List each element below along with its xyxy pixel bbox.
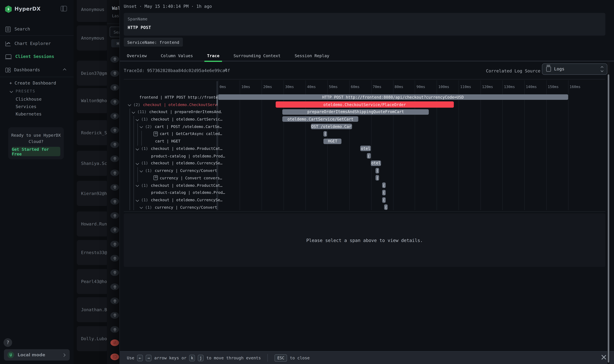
sidebar-item-search[interactable]: Search xyxy=(0,25,74,33)
trace-tree-row[interactable]: (1)checkout | oteldemo.CurrencySe… xyxy=(128,196,225,204)
session-list-item[interactable]: Jonathan.B xyxy=(77,297,107,322)
service-name-chip[interactable]: ServiceName: frontend xyxy=(124,38,183,46)
edit-icon[interactable]: ✎ xyxy=(224,67,227,73)
waterfall-bar[interactable]: ( xyxy=(384,204,388,210)
session-list-item[interactable]: Ernesto33@ xyxy=(77,240,107,265)
log-source-select[interactable]: Logs xyxy=(542,64,607,75)
location-pin-icon[interactable] xyxy=(110,312,119,319)
trace-tree-row[interactable]: (1)currency | Currency/Convert xyxy=(128,204,229,210)
span-label: checkout | prepareOrderItemsAnd… xyxy=(149,110,222,114)
trace-tree-row[interactable]: cart | GetCartAsync called… xyxy=(128,130,243,138)
get-started-button[interactable]: Get Started for Free xyxy=(12,147,60,156)
location-pin-icon[interactable] xyxy=(110,156,119,162)
session-filter-chip[interactable]: H xyxy=(111,39,119,47)
chevron-down-icon[interactable] xyxy=(140,125,143,128)
footer-text: Use xyxy=(127,355,134,360)
trace-tree-row[interactable]: (2)cart | POST /oteldemo.CartSe… xyxy=(128,123,229,130)
location-pin-icon[interactable] xyxy=(110,70,119,77)
location-pin-icon[interactable] xyxy=(110,198,119,205)
tab-session-replay[interactable]: Session Replay xyxy=(292,51,332,61)
close-icon[interactable] xyxy=(601,355,606,359)
preset-services[interactable]: Services xyxy=(16,103,70,110)
tab-column-values[interactable]: Column Values xyxy=(158,51,196,61)
trace-tree-row[interactable]: (2)checkout | oteldemo.CheckoutServic… xyxy=(128,101,218,108)
dashboards-grid-icon xyxy=(6,67,10,72)
chevron-down-icon[interactable] xyxy=(140,206,143,209)
trace-tree-row[interactable]: (11)checkout | prepareOrderItemsAnd… xyxy=(128,108,222,116)
waterfall-bar[interactable]: oteldemo.CheckoutService/PlaceOrder xyxy=(275,101,454,108)
waterfall-bar[interactable]: otel xyxy=(360,146,371,151)
waterfall-bar[interactable]: ( xyxy=(382,190,386,195)
waterfall-bar[interactable]: oteldemo.CartService/GetCart xyxy=(282,117,358,122)
session-list-item[interactable]: Anonymous xyxy=(77,26,107,51)
drawer-footer: Use ← → arrow keys or k j to move throug… xyxy=(120,351,614,364)
waterfall-bar[interactable]: POST /oteldemo.Cart xyxy=(311,124,352,129)
location-pin-icon[interactable] xyxy=(110,227,119,233)
location-pin-icon[interactable] xyxy=(110,269,119,276)
waterfall-bar[interactable]: ( xyxy=(324,131,327,137)
trace-tree-row[interactable]: (1)checkout | oteldemo.ProductCat… xyxy=(128,182,225,189)
session-list-item[interactable]: Walton9@ho xyxy=(77,88,107,113)
waterfall-bar[interactable]: HTTP POST http://frontend:8080/api/check… xyxy=(218,94,568,100)
chevron-down-icon[interactable] xyxy=(136,147,139,150)
waterfall-bar[interactable]: prepareOrderItemsAndShippingQuoteFromCar… xyxy=(282,109,429,115)
chevron-down-icon[interactable] xyxy=(136,118,139,121)
session-list-item[interactable]: Anonymous xyxy=(77,0,107,22)
waterfall-bar[interactable]: otel xyxy=(371,160,381,166)
session-list-item[interactable]: Roderick_S xyxy=(77,120,107,145)
trace-tree-row[interactable]: currency | Convert convers… xyxy=(128,174,243,182)
waterfall-bar[interactable]: ( xyxy=(376,175,379,181)
session-list-item[interactable]: Deion37@gm xyxy=(77,61,107,86)
trace-tree-row[interactable]: (1)currency | Currency/Convert xyxy=(128,167,229,174)
sidebar-collapse-icon[interactable] xyxy=(61,6,67,12)
location-pin-icon[interactable] xyxy=(110,326,119,333)
tab-trace[interactable]: Trace xyxy=(204,51,222,61)
waterfall-bar[interactable]: ( xyxy=(376,168,379,173)
chevron-down-icon[interactable] xyxy=(132,110,135,113)
location-pin-icon[interactable] xyxy=(110,241,119,247)
trace-tree-row[interactable]: frontend | HTTP POST http://frontend:… xyxy=(128,94,229,101)
create-dashboard-button[interactable]: + Create Dashboard xyxy=(10,81,56,86)
session-list-item[interactable]: Kieran92@h xyxy=(77,181,107,206)
waterfall-bar-label: ( xyxy=(383,190,385,195)
preset-kubernetes[interactable]: Kubernetes xyxy=(16,110,70,118)
timeline-tick-label: 40ms xyxy=(307,85,316,89)
tab-surrounding-context[interactable]: Surrounding Context xyxy=(231,51,283,61)
chevron-down-icon[interactable] xyxy=(140,169,143,172)
sidebar-item-dashboards[interactable]: Dashboards xyxy=(0,66,74,74)
chevron-down-icon[interactable] xyxy=(136,198,139,201)
session-search-input[interactable]: Sea xyxy=(110,26,119,37)
chevron-down-icon[interactable] xyxy=(128,103,131,106)
local-mode-button[interactable]: U Local mode xyxy=(4,349,70,361)
location-pin-icon[interactable] xyxy=(110,284,119,290)
trace-tree-row[interactable]: product-catalog | oteldemo.Prod… xyxy=(128,189,240,196)
waterfall-bar[interactable]: ( xyxy=(382,182,386,188)
help-button[interactable]: ? xyxy=(3,338,12,347)
location-pin-icon[interactable] xyxy=(110,184,119,191)
chevron-up-icon[interactable] xyxy=(63,68,66,72)
location-pin-icon[interactable] xyxy=(110,99,119,105)
session-list-item[interactable]: Pearl43@ho xyxy=(77,269,107,294)
span-count: (2) xyxy=(145,124,152,129)
drawer-scrollbar-thumb[interactable] xyxy=(608,74,609,363)
presets-header[interactable]: PRESETS xyxy=(10,89,36,93)
waterfall-bar[interactable]: ( xyxy=(382,197,386,203)
waterfall-bar[interactable]: ( xyxy=(367,153,371,159)
location-pin-icon[interactable] xyxy=(110,141,119,148)
session-list-item[interactable]: Howard.Run xyxy=(77,211,107,236)
tab-overview[interactable]: Overview xyxy=(124,51,149,61)
preset-clickhouse[interactable]: Clickhouse xyxy=(16,95,70,103)
trace-tree-row[interactable]: cart | HGET xyxy=(128,138,244,145)
waterfall-bar[interactable]: HGET xyxy=(324,138,341,144)
trace-tree-row[interactable]: (1)checkout | oteldemo.ProductCat… xyxy=(128,145,225,152)
chevron-down-icon[interactable] xyxy=(136,162,139,165)
trace-tree-row[interactable]: product-catalog | oteldemo.Prod… xyxy=(128,152,240,159)
session-list-item[interactable]: Dolly.Lubo xyxy=(77,326,107,351)
location-pin-icon[interactable] xyxy=(110,113,119,119)
sidebar-item-chart-explorer[interactable]: Chart Explorer xyxy=(0,39,74,48)
chevron-down-icon[interactable] xyxy=(136,184,139,187)
trace-tree-row[interactable]: (1)checkout | oteldemo.CartServic… xyxy=(128,116,225,123)
trace-tree-row[interactable]: (1)checkout | oteldemo.CurrencySe… xyxy=(128,160,225,167)
session-list-item[interactable]: Shaniya.Sc xyxy=(77,151,107,176)
sidebar-item-client-sessions[interactable]: Client Sessions xyxy=(0,52,74,61)
